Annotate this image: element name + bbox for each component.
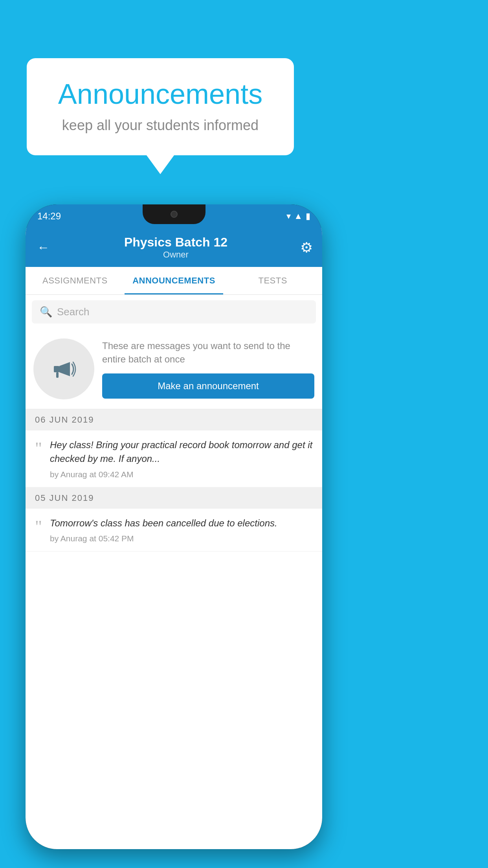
status-time: 14:29 — [37, 211, 61, 222]
header-title-container: Physics Batch 12 Owner — [124, 235, 227, 260]
search-icon: 🔍 — [40, 306, 52, 318]
status-bar: 14:29 ▾ ▲ ▮ — [26, 204, 322, 228]
tab-announcements[interactable]: ANNOUNCEMENTS — [125, 267, 224, 294]
search-container: 🔍 Search — [26, 295, 322, 329]
announcement-text-2: Tomorrow's class has been cancelled due … — [50, 517, 313, 530]
svg-rect-0 — [54, 366, 59, 372]
announcement-meta-1: by Anurag at 09:42 AM — [50, 470, 313, 479]
announcement-content-2: Tomorrow's class has been cancelled due … — [50, 517, 313, 544]
speech-bubble-title: Announcements — [50, 78, 270, 110]
quote-icon-1: " — [35, 440, 42, 457]
announcement-text-1: Hey class! Bring your practical record b… — [50, 438, 313, 466]
speech-bubble: Announcements keep all your students inf… — [27, 58, 294, 155]
promo-content: These are messages you want to send to t… — [102, 339, 314, 399]
promo-icon-circle — [33, 338, 94, 399]
search-placeholder: Search — [57, 306, 89, 318]
header-subtitle: Owner — [124, 250, 227, 260]
announcement-meta-2: by Anurag at 05:42 PM — [50, 534, 313, 543]
promo-section: These are messages you want to send to t… — [26, 329, 322, 409]
promo-description: These are messages you want to send to t… — [102, 339, 314, 366]
megaphone-icon — [48, 353, 80, 385]
phone-frame: 14:29 ▾ ▲ ▮ ← Physics Batch 12 Owner ⚙ A… — [26, 204, 322, 849]
quote-icon-2: " — [35, 518, 42, 535]
date-separator-2: 05 JUN 2019 — [26, 487, 322, 509]
settings-icon[interactable]: ⚙ — [300, 239, 313, 256]
announcement-content-1: Hey class! Bring your practical record b… — [50, 438, 313, 479]
search-bar[interactable]: 🔍 Search — [32, 300, 316, 324]
battery-icon: ▮ — [306, 211, 310, 221]
scroll-content: 🔍 Search — [26, 295, 322, 849]
speech-bubble-subtitle: keep all your students informed — [50, 117, 270, 134]
phone-screen: ← Physics Batch 12 Owner ⚙ ASSIGNMENTS A… — [26, 228, 322, 849]
app-header: ← Physics Batch 12 Owner ⚙ — [26, 228, 322, 267]
announcement-item-2[interactable]: " Tomorrow's class has been cancelled du… — [26, 509, 322, 552]
tab-bar: ASSIGNMENTS ANNOUNCEMENTS TESTS — [26, 267, 322, 295]
phone-notch — [143, 204, 205, 224]
header-title: Physics Batch 12 — [124, 235, 227, 250]
tab-assignments[interactable]: ASSIGNMENTS — [26, 267, 125, 294]
announcement-item-1[interactable]: " Hey class! Bring your practical record… — [26, 430, 322, 487]
speech-bubble-container: Announcements keep all your students inf… — [27, 58, 294, 155]
front-camera — [171, 211, 178, 218]
status-icons: ▾ ▲ ▮ — [286, 211, 310, 221]
date-separator-1: 06 JUN 2019 — [26, 409, 322, 430]
make-announcement-button[interactable]: Make an announcement — [102, 373, 314, 399]
tab-tests[interactable]: TESTS — [223, 267, 322, 294]
svg-rect-1 — [56, 372, 59, 378]
wifi-icon: ▾ — [286, 211, 291, 221]
signal-icon: ▲ — [294, 211, 303, 221]
back-button[interactable]: ← — [35, 238, 51, 257]
